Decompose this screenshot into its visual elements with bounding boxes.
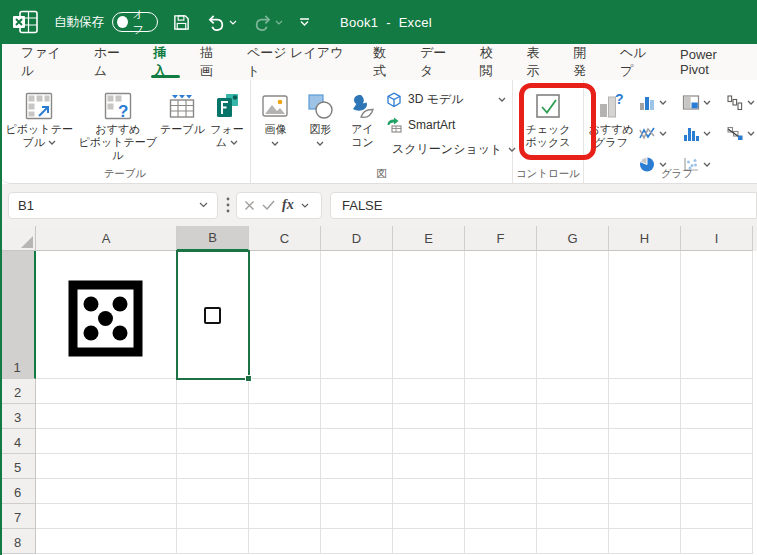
cell-B3[interactable] bbox=[177, 404, 249, 429]
cell-F3[interactable] bbox=[465, 404, 537, 429]
cell-D1[interactable] bbox=[321, 251, 393, 379]
excel-app-icon[interactable] bbox=[12, 10, 38, 34]
tab-developer[interactable]: 開発 bbox=[562, 44, 609, 80]
row-header-8[interactable]: 8 bbox=[0, 529, 36, 554]
cell-F8[interactable] bbox=[465, 529, 537, 554]
row-header-5[interactable]: 5 bbox=[0, 454, 36, 479]
cell-G5[interactable] bbox=[537, 454, 609, 479]
autosave-toggle[interactable]: オフ bbox=[112, 12, 158, 32]
column-header-H[interactable]: H bbox=[609, 226, 681, 251]
cell-H5[interactable] bbox=[609, 454, 681, 479]
cancel-icon[interactable] bbox=[244, 200, 255, 211]
cell-H2[interactable] bbox=[609, 379, 681, 404]
row-header-6[interactable]: 6 bbox=[0, 479, 36, 504]
cell-E3[interactable] bbox=[393, 404, 465, 429]
cell-I6[interactable] bbox=[681, 479, 753, 504]
insert-waterfall-chart-button[interactable] bbox=[724, 87, 757, 118]
cell-D5[interactable] bbox=[321, 454, 393, 479]
cell-I5[interactable] bbox=[681, 454, 753, 479]
cell-G2[interactable] bbox=[537, 379, 609, 404]
column-header-F[interactable]: F bbox=[465, 226, 537, 251]
enter-check-icon[interactable] bbox=[262, 200, 275, 210]
column-header-A[interactable]: A bbox=[36, 226, 177, 251]
cell-D8[interactable] bbox=[321, 529, 393, 554]
table-button[interactable]: テーブル bbox=[159, 84, 206, 136]
cell-G8[interactable] bbox=[537, 529, 609, 554]
cell-G7[interactable] bbox=[537, 504, 609, 529]
tab-insert[interactable]: 挿入 bbox=[142, 44, 189, 80]
fill-handle[interactable] bbox=[245, 375, 252, 382]
insert-line-chart-button[interactable] bbox=[636, 118, 680, 149]
cell-B4[interactable] bbox=[177, 429, 249, 454]
cell-F4[interactable] bbox=[465, 429, 537, 454]
shapes-button[interactable]: 図形 bbox=[298, 84, 343, 149]
cell-B2[interactable] bbox=[177, 379, 249, 404]
cell-E1[interactable] bbox=[393, 251, 465, 379]
tab-draw[interactable]: 描画 bbox=[189, 44, 236, 80]
cell-A2[interactable] bbox=[36, 379, 177, 404]
cell-B8[interactable] bbox=[177, 529, 249, 554]
tab-review[interactable]: 校閲 bbox=[469, 44, 516, 80]
cell-C7[interactable] bbox=[249, 504, 321, 529]
cell-E8[interactable] bbox=[393, 529, 465, 554]
forms-button[interactable]: フォー ム bbox=[206, 84, 248, 149]
cell-I7[interactable] bbox=[681, 504, 753, 529]
insert-function-button[interactable]: fx bbox=[282, 197, 294, 213]
drag-handle-icon[interactable] bbox=[226, 197, 230, 213]
3d-models-button[interactable]: 3D モデル bbox=[382, 88, 510, 111]
tab-data[interactable]: データ bbox=[409, 44, 469, 80]
column-header-E[interactable]: E bbox=[393, 226, 465, 251]
cell-I2[interactable] bbox=[681, 379, 753, 404]
cell-H1[interactable] bbox=[609, 251, 681, 379]
cell-checkbox-unchecked[interactable] bbox=[204, 307, 221, 324]
autosave-control[interactable]: 自動保存 オフ bbox=[54, 12, 158, 32]
cell-F5[interactable] bbox=[465, 454, 537, 479]
cell-E7[interactable] bbox=[393, 504, 465, 529]
cell-I8[interactable] bbox=[681, 529, 753, 554]
cell-D3[interactable] bbox=[321, 404, 393, 429]
tab-page-layout[interactable]: ページ レイアウト bbox=[236, 44, 362, 80]
cell-B7[interactable] bbox=[177, 504, 249, 529]
cell-H6[interactable] bbox=[609, 479, 681, 504]
cell-H8[interactable] bbox=[609, 529, 681, 554]
cell-C8[interactable] bbox=[249, 529, 321, 554]
cell-G1[interactable] bbox=[537, 251, 609, 379]
cell-D2[interactable] bbox=[321, 379, 393, 404]
cell-A7[interactable] bbox=[36, 504, 177, 529]
tab-formulas[interactable]: 数式 bbox=[362, 44, 409, 80]
redo-button[interactable] bbox=[251, 12, 285, 33]
column-header-B[interactable]: B bbox=[177, 226, 249, 251]
cell-A6[interactable] bbox=[36, 479, 177, 504]
cell-F6[interactable] bbox=[465, 479, 537, 504]
save-button[interactable] bbox=[170, 11, 193, 34]
tab-file[interactable]: ファイル bbox=[10, 44, 83, 80]
recommended-pivot-tables-button[interactable]: ? おすすめ ピボットテーブル bbox=[76, 84, 158, 162]
row-header-2[interactable]: 2 bbox=[0, 379, 36, 404]
cell-H3[interactable] bbox=[609, 404, 681, 429]
name-box[interactable]: B1 bbox=[8, 192, 218, 219]
recommended-charts-button[interactable]: ? おすすめ グラフ bbox=[586, 84, 636, 149]
tab-view[interactable]: 表示 bbox=[516, 44, 563, 80]
dice-image[interactable] bbox=[68, 280, 143, 357]
cell-A3[interactable] bbox=[36, 404, 177, 429]
cell-C3[interactable] bbox=[249, 404, 321, 429]
pivot-table-button[interactable]: ピボットテー ブル bbox=[2, 84, 76, 149]
icons-button[interactable]: アイ コン bbox=[343, 84, 382, 149]
cell-E2[interactable] bbox=[393, 379, 465, 404]
cell-B6[interactable] bbox=[177, 479, 249, 504]
formula-input[interactable]: FALSE bbox=[330, 192, 757, 219]
cell-C6[interactable] bbox=[249, 479, 321, 504]
undo-button[interactable] bbox=[205, 12, 239, 33]
insert-histogram-chart-button[interactable] bbox=[680, 118, 724, 149]
cell-D6[interactable] bbox=[321, 479, 393, 504]
customize-qat-button[interactable] bbox=[297, 16, 312, 28]
cell-B5[interactable] bbox=[177, 454, 249, 479]
insert-hierarchy-chart-button[interactable] bbox=[680, 87, 724, 118]
row-header-4[interactable]: 4 bbox=[0, 429, 36, 454]
cell-A4[interactable] bbox=[36, 429, 177, 454]
pictures-button[interactable]: 画像 bbox=[253, 84, 298, 149]
cell-F2[interactable] bbox=[465, 379, 537, 404]
cell-H4[interactable] bbox=[609, 429, 681, 454]
cell-D4[interactable] bbox=[321, 429, 393, 454]
cell-I1[interactable] bbox=[681, 251, 753, 379]
